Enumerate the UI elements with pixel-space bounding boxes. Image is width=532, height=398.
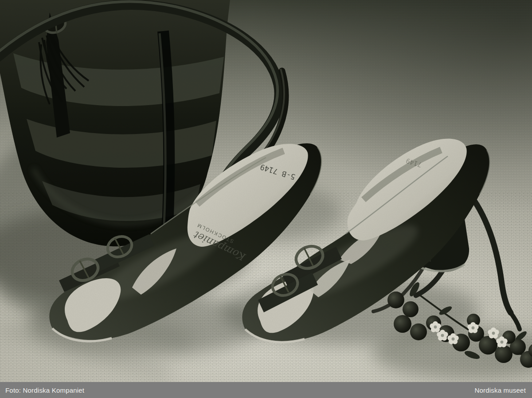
caption-bar: Foto: Nordiska Kompaniet Nordiska museet <box>0 382 532 398</box>
caption-photographer: Foto: Nordiska Kompaniet <box>5 386 84 394</box>
photograph: Kompaniet STOCKHOLM 5-B 7149 7149 <box>0 0 532 382</box>
film-grain <box>0 0 532 382</box>
photo-canvas: Kompaniet STOCKHOLM 5-B 7149 7149 <box>0 0 532 382</box>
caption-archive: Nordiska museet <box>474 386 526 394</box>
archive-photo-card: Kompaniet STOCKHOLM 5-B 7149 7149 <box>0 0 532 398</box>
